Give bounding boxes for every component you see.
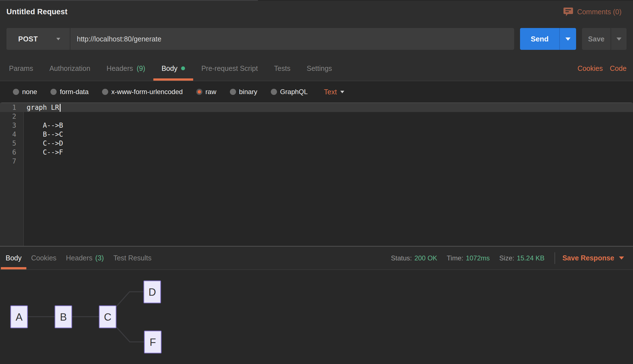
editor-line: 7 [0, 157, 633, 166]
tab-body[interactable]: Body [153, 56, 193, 81]
tab-label: Headers [107, 64, 133, 73]
save-response-label: Save Response [562, 254, 614, 262]
request-links: Cookies Code [577, 64, 627, 73]
code-link[interactable]: Code [610, 64, 627, 73]
request-tabs-row: ParamsAuthorizationHeaders(9)BodyPre-req… [0, 56, 633, 81]
tab-label: Pre-request Script [201, 64, 258, 73]
method-selector[interactable]: POST [6, 28, 70, 50]
chevron-down-icon [56, 38, 60, 40]
url-bar: POST [6, 28, 514, 50]
cookies-link[interactable]: Cookies [577, 64, 603, 73]
tab-pre-request-script[interactable]: Pre-request Script [193, 56, 266, 81]
mermaid-graph: ABCDF [0, 270, 196, 364]
editor-line: 5 C-->D [0, 139, 633, 148]
method-label: POST [18, 35, 38, 43]
tab-label: Cookies [31, 254, 56, 262]
url-input[interactable] [70, 28, 514, 50]
tab-headers[interactable]: Headers(9) [98, 56, 153, 81]
tab-label: Body [6, 254, 22, 262]
tab-label: Test Results [113, 254, 151, 262]
save-response-button[interactable]: Save Response [562, 254, 624, 262]
graph-node-A: A [11, 306, 27, 328]
radio-icon [196, 89, 202, 95]
tab-label: Body [161, 64, 177, 73]
editor-line: 3 A-->B [0, 121, 633, 130]
code-text: A-->B [16, 122, 63, 129]
comments-label: Comments (0) [577, 8, 622, 16]
chevron-down-icon [340, 91, 344, 93]
request-body-editor[interactable]: 1graph LR23 A-->B4 B-->C5 C-->D6 C-->F7 [0, 102, 633, 246]
radio-icon [271, 89, 277, 95]
tab-label: Params [9, 64, 33, 73]
url-row: POST Send Save [0, 23, 633, 56]
send-options-button[interactable] [559, 28, 576, 50]
tab-label: Tests [274, 64, 290, 73]
body-type-graphql[interactable]: GraphQL [271, 88, 308, 96]
stat-time: Time:1072ms [447, 254, 490, 262]
send-button[interactable]: Send [520, 28, 559, 50]
body-type-none[interactable]: none [13, 88, 37, 96]
svg-text:B: B [60, 311, 67, 323]
tab-label: Settings [307, 64, 332, 73]
response-tab-headers[interactable]: Headers(3) [61, 247, 108, 269]
line-number: 1 [0, 104, 16, 111]
save-button[interactable]: Save [582, 28, 611, 50]
radio-icon [230, 89, 236, 95]
response-tab-body[interactable]: Body [1, 247, 26, 269]
body-type-raw[interactable]: raw [196, 88, 216, 96]
comments-button[interactable]: Comments (0) [563, 8, 622, 16]
body-format-label: Text [324, 88, 337, 96]
graph-node-F: F [144, 331, 161, 353]
response-tab-cookies[interactable]: Cookies [26, 247, 61, 269]
response-bar: BodyCookiesHeaders(3)Test Results Status… [0, 246, 633, 270]
svg-text:C: C [104, 311, 112, 323]
request-title: Untitled Request [6, 8, 68, 16]
line-number: 7 [0, 157, 16, 165]
response-meta: Status:200 OKTime:1072msSize:15.24 KB Sa… [381, 252, 624, 264]
request-tabs: ParamsAuthorizationHeaders(9)BodyPre-req… [1, 56, 340, 81]
body-type-x-www-form-urlencoded[interactable]: x-www-form-urlencoded [102, 88, 183, 96]
stat-value: 15.24 KB [517, 254, 544, 262]
stat-status: Status:200 OK [391, 254, 437, 262]
stat-value: 200 OK [414, 254, 437, 262]
body-type-form-data[interactable]: form-data [50, 88, 89, 96]
response-tabs: BodyCookiesHeaders(3)Test Results [1, 247, 156, 269]
chevron-down-icon [619, 256, 624, 260]
stat-label: Time: [447, 254, 463, 262]
editor-line: 6 C-->F [0, 148, 633, 157]
stat-label: Size: [499, 254, 514, 262]
svg-text:A: A [16, 311, 23, 323]
graph-edge-C-D [116, 292, 144, 307]
radio-icon [102, 89, 108, 95]
body-type-binary[interactable]: binary [230, 88, 257, 96]
response-tab-test-results[interactable]: Test Results [108, 247, 156, 269]
svg-text:F: F [150, 337, 156, 348]
code-text: graph LR [16, 104, 61, 112]
tab-count: (9) [137, 64, 145, 73]
send-button-group: Send [520, 28, 576, 50]
code-text: C-->F [16, 148, 63, 156]
tab-params[interactable]: Params [1, 56, 41, 81]
graph-edge-C-F [116, 327, 144, 342]
radio-label: none [22, 88, 37, 96]
code-text: B-->C [16, 130, 63, 138]
tab-tests[interactable]: Tests [266, 56, 299, 81]
comment-bubble-icon [563, 8, 573, 16]
radio-label: form-data [60, 88, 89, 96]
svg-text:D: D [149, 286, 156, 298]
stat-label: Status: [391, 254, 412, 262]
tab-label: Headers [66, 254, 93, 262]
graph-node-B: B [55, 306, 72, 328]
tab-label: Authorization [49, 64, 90, 73]
editor-line: 4 B-->C [0, 130, 633, 139]
save-options-button[interactable] [611, 28, 627, 50]
radio-icon [50, 89, 57, 95]
postman-window: Untitled Request Comments (0) POST Send [0, 0, 633, 364]
response-body: ABCDF [0, 270, 633, 364]
body-format-select[interactable]: Text [324, 88, 345, 96]
radio-label: x-www-form-urlencoded [111, 88, 183, 96]
divider [555, 252, 555, 264]
tab-settings[interactable]: Settings [299, 56, 340, 81]
code-text: C-->D [16, 139, 63, 147]
tab-authorization[interactable]: Authorization [41, 56, 98, 81]
